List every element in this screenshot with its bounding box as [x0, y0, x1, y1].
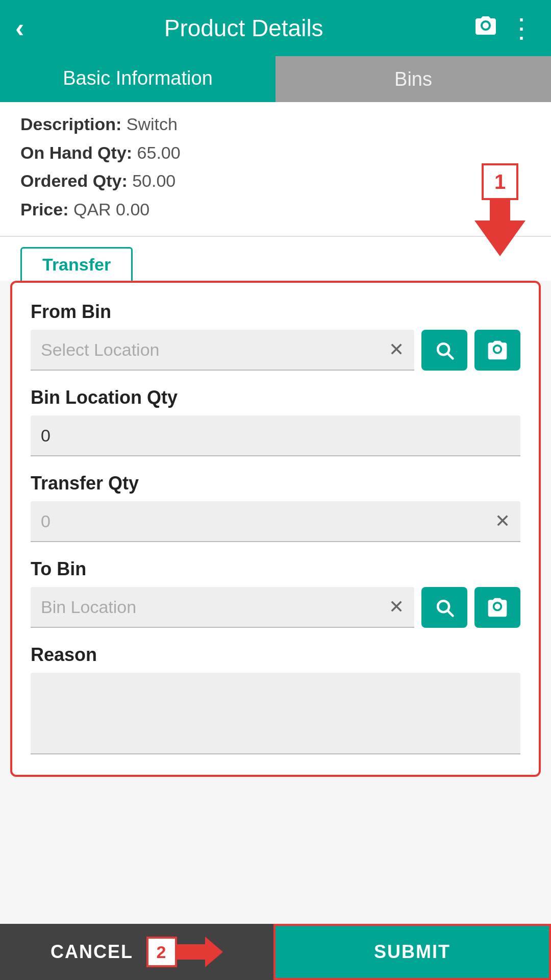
description-row: Description: Switch [20, 112, 531, 137]
to-bin-camera-button[interactable] [474, 587, 520, 628]
search-icon [433, 339, 456, 361]
reason-label: Reason [31, 644, 520, 666]
back-button[interactable]: ‹ [15, 15, 24, 41]
search-icon [433, 596, 456, 619]
to-bin-input[interactable] [41, 597, 389, 617]
bin-location-qty-input-box[interactable]: 0 [31, 415, 520, 456]
tab-bins[interactable]: Bins [276, 56, 551, 102]
from-bin-clear-icon[interactable]: ✕ [389, 339, 404, 360]
on-hand-label: On Hand Qty: [20, 143, 132, 162]
from-bin-input-box[interactable]: ✕ [31, 330, 414, 371]
price-value: QAR 0.00 [73, 200, 149, 219]
transfer-tab-row: Transfer [0, 237, 551, 281]
tab-basic-information[interactable]: Basic Information [0, 56, 276, 102]
from-bin-group: From Bin ✕ [31, 301, 520, 371]
reason-input[interactable] [31, 673, 520, 754]
camera-icon [486, 596, 509, 619]
annotation-2-container: 2 [146, 937, 223, 967]
to-bin-clear-icon[interactable]: ✕ [389, 596, 404, 618]
bottom-action-bar: CANCEL 2 SUBMIT [0, 924, 551, 980]
bin-location-qty-group: Bin Location Qty 0 [31, 387, 520, 456]
annotation-number-2: 2 [146, 937, 177, 967]
from-bin-search-button[interactable] [421, 330, 467, 371]
to-bin-group: To Bin ✕ [31, 558, 520, 628]
transfer-tab-button[interactable]: Transfer [20, 247, 133, 281]
transfer-qty-input-box[interactable]: ✕ [31, 501, 520, 542]
app-header: ‹ Product Details ⋮ [0, 0, 551, 56]
bin-location-qty-label: Bin Location Qty [31, 387, 520, 408]
menu-icon[interactable]: ⋮ [508, 13, 536, 43]
description-label: Description: [20, 114, 121, 134]
camera-header-icon[interactable] [473, 14, 498, 42]
transfer-qty-input[interactable] [41, 511, 495, 531]
to-bin-row: ✕ [31, 587, 520, 628]
from-bin-label: From Bin [31, 301, 520, 323]
bin-location-qty-value: 0 [41, 426, 51, 446]
transfer-form: From Bin ✕ Bin Location Qty 0 [10, 281, 541, 777]
submit-label: SUBMIT [374, 941, 450, 963]
ordered-value: 50.00 [132, 171, 176, 190]
to-bin-search-button[interactable] [421, 587, 467, 628]
cancel-button[interactable]: CANCEL 2 [0, 924, 273, 980]
submit-button[interactable]: SUBMIT [273, 924, 551, 980]
on-hand-qty-row: On Hand Qty: 65.00 [20, 141, 531, 165]
page-title: Product Details [24, 14, 463, 42]
transfer-qty-clear-icon[interactable]: ✕ [495, 510, 510, 532]
camera-icon [486, 339, 509, 361]
to-bin-input-box[interactable]: ✕ [31, 587, 414, 628]
description-value: Switch [127, 114, 178, 134]
annotation-arrow-right-2 [177, 937, 223, 967]
from-bin-input[interactable] [41, 340, 389, 360]
from-bin-row: ✕ [31, 330, 520, 371]
on-hand-value: 65.00 [137, 143, 181, 162]
ordered-label: Ordered Qty: [20, 171, 128, 190]
tab-bar: Basic Information Bins [0, 56, 551, 102]
transfer-qty-group: Transfer Qty ✕ [31, 473, 520, 542]
ordered-qty-row: Ordered Qty: 50.00 [20, 169, 531, 193]
transfer-qty-label: Transfer Qty [31, 473, 520, 494]
price-label: Price: [20, 200, 69, 219]
product-info-section: Description: Switch On Hand Qty: 65.00 O… [0, 102, 551, 236]
cancel-label: CANCEL [51, 941, 133, 963]
price-row: Price: QAR 0.00 [20, 198, 531, 222]
svg-marker-1 [177, 937, 223, 967]
from-bin-camera-button[interactable] [474, 330, 520, 371]
reason-group: Reason [31, 644, 520, 756]
to-bin-label: To Bin [31, 558, 520, 580]
